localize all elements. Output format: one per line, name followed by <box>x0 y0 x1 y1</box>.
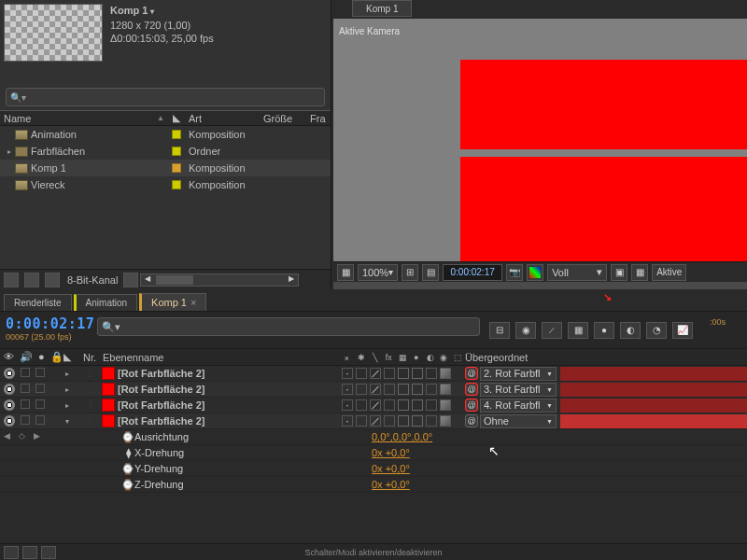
parent-dropdown[interactable]: 2. Rot Farbfl▼ <box>480 367 557 381</box>
label-swatch[interactable] <box>172 180 181 189</box>
comp-thumbnail[interactable] <box>4 4 103 62</box>
solo-toggle[interactable] <box>35 368 45 377</box>
active-camera-dropdown[interactable]: Aktive <box>652 264 686 281</box>
property-row[interactable]: ⧫X-Drehung0x +0,0° <box>0 445 747 461</box>
parent-dropdown[interactable]: Ohne▼ <box>480 414 557 428</box>
title-safe-button[interactable]: ⊞ <box>402 264 418 281</box>
comp-mini-flowchart-button[interactable]: ⊟ <box>489 322 510 339</box>
project-scrollbar[interactable]: ◀ ▶ <box>140 273 299 287</box>
property-row[interactable]: ⌚Ausrichtung0,0°,0,0°,0,0° <box>0 429 747 445</box>
fx-switch[interactable] <box>384 368 395 379</box>
solo-toggle[interactable] <box>35 384 45 393</box>
next-key-icon[interactable]: ▶ <box>34 431 45 442</box>
layer-label-swatch[interactable] <box>102 383 115 396</box>
layer-name[interactable]: [Rot Farbfläche 2] <box>118 368 342 379</box>
autokey-button[interactable]: ◔ <box>646 322 667 339</box>
layer-track[interactable] <box>557 398 747 413</box>
parent-dropdown[interactable]: 3. Rot Farbfl▼ <box>480 383 557 397</box>
property-value[interactable]: 0x +0,0° <box>372 463 410 474</box>
col-label-header[interactable]: ◣ <box>168 111 185 125</box>
toggle-in-out-button[interactable] <box>41 546 56 559</box>
video-visibility-toggle[interactable] <box>4 384 15 395</box>
project-item[interactable]: ▸FarbflächenOrdner <box>0 143 331 160</box>
layer-row[interactable]: ▸1[Rot Farbfläche 2]↘@2. Rot Farbfl▼ <box>0 366 747 382</box>
adjustment-switch[interactable] <box>426 368 437 379</box>
show-channel-button[interactable] <box>527 264 543 281</box>
shy-switch[interactable] <box>342 368 353 379</box>
snapshot-button[interactable]: 📷 <box>506 264 523 281</box>
col-type-header[interactable]: Art <box>185 111 260 125</box>
collapse-switch[interactable] <box>356 384 367 395</box>
tab-animation[interactable]: Animation <box>74 294 137 311</box>
trash-button[interactable] <box>123 273 138 287</box>
layer-label-swatch[interactable] <box>102 414 115 427</box>
graph-editor-button[interactable]: 📈 <box>672 322 693 339</box>
layer-name[interactable]: [Rot Farbfläche 2] <box>118 384 342 395</box>
collapse-switch[interactable] <box>356 399 367 411</box>
pickwhip-icon[interactable]: @ <box>465 367 478 380</box>
motionblur-switch[interactable] <box>412 415 423 427</box>
pickwhip-icon[interactable]: @ <box>465 383 478 396</box>
frame-blend-button[interactable]: ▦ <box>568 322 588 339</box>
twirl-icon[interactable]: ▾ <box>63 417 71 426</box>
layer-track[interactable] <box>557 382 747 398</box>
pickwhip-icon[interactable]: @ <box>465 399 478 412</box>
property-row[interactable]: ⌚Y-Drehung0x +0,0° <box>0 461 747 477</box>
property-row[interactable]: ⌚Z-Drehung0x +0,0° <box>0 477 747 493</box>
fx-switch[interactable] <box>384 384 395 395</box>
shy-switch[interactable] <box>342 384 353 395</box>
add-key-icon[interactable]: ◇ <box>19 431 30 442</box>
viewer-tab-komp1[interactable]: Komp 1 <box>352 0 412 17</box>
transparency-grid-button[interactable]: ▦ <box>631 264 648 281</box>
interpret-footage-button[interactable] <box>4 273 19 287</box>
fx-switch[interactable] <box>384 399 395 411</box>
stopwatch-icon[interactable]: ⌚ <box>121 431 134 443</box>
shy-button[interactable]: ⟋ <box>542 322 562 339</box>
close-icon[interactable]: × <box>190 297 196 308</box>
property-value[interactable]: 0,0°,0,0°,0,0° <box>372 431 432 442</box>
roi-button[interactable]: ▣ <box>611 264 627 281</box>
project-search[interactable]: 🔍▾ <box>6 88 325 106</box>
layer-row[interactable]: ▸2[Rot Farbfläche 2]↘@3. Rot Farbfl▼ <box>0 382 747 398</box>
layer-track[interactable] <box>557 413 747 429</box>
audio-toggle[interactable] <box>21 415 30 425</box>
label-swatch[interactable] <box>172 147 181 156</box>
twirl-icon[interactable]: ▸ <box>63 401 71 410</box>
col-framerate-header[interactable]: Fra <box>306 111 330 125</box>
quality-switch[interactable] <box>370 415 381 427</box>
shy-switch[interactable] <box>342 415 353 427</box>
collapse-switch[interactable] <box>356 415 367 427</box>
layer-row[interactable]: ▸3[Rot Farbfläche 2]↘@4. Rot Farbfl▼ <box>0 398 747 413</box>
quality-switch[interactable] <box>370 368 381 379</box>
video-visibility-toggle[interactable] <box>4 399 15 411</box>
video-visibility-toggle[interactable] <box>4 368 15 379</box>
layer-label-swatch[interactable] <box>102 367 115 380</box>
draft3d-button[interactable]: ◉ <box>515 322 536 339</box>
twirl-icon[interactable]: ▸ <box>63 385 71 394</box>
motion-blur-button[interactable]: ● <box>594 322 614 339</box>
mask-toggle-button[interactable]: ▤ <box>422 264 439 281</box>
pickwhip-icon[interactable]: @ <box>465 414 478 427</box>
layer-label-swatch[interactable] <box>102 399 115 412</box>
adjustment-switch[interactable] <box>426 384 437 395</box>
fx-switch[interactable] <box>384 415 395 427</box>
frameblend-switch[interactable] <box>398 384 409 395</box>
bit-depth-button[interactable]: 8-Bit-Kanal <box>65 274 118 286</box>
video-visibility-toggle[interactable] <box>4 415 15 427</box>
parent-dropdown[interactable]: 4. Rot Farbfl▼ <box>480 399 557 413</box>
property-value[interactable]: 0x +0,0° <box>372 447 410 458</box>
layer-row[interactable]: ▾4[Rot Farbfläche 2]@Ohne▼ <box>0 413 747 429</box>
col-name-header[interactable]: Name▲ <box>0 111 168 125</box>
motionblur-switch[interactable] <box>412 399 423 411</box>
keyframe-navigator[interactable]: ◀ ◇ ▶ <box>4 431 45 442</box>
brainstorm-button[interactable]: ◐ <box>620 322 641 339</box>
layer-name[interactable]: [Rot Farbfläche 2] <box>118 415 342 427</box>
scroll-right-icon[interactable]: ▶ <box>285 274 298 286</box>
stopwatch-icon[interactable]: ⧫ <box>121 447 134 459</box>
scroll-left-icon[interactable]: ◀ <box>141 274 154 286</box>
toggle-switches-button[interactable] <box>4 546 19 559</box>
collapse-switch[interactable] <box>356 368 367 379</box>
timeline-search[interactable]: 🔍▾ <box>97 317 480 336</box>
audio-toggle[interactable] <box>21 368 30 377</box>
project-item[interactable]: AnimationKomposition <box>0 126 331 143</box>
